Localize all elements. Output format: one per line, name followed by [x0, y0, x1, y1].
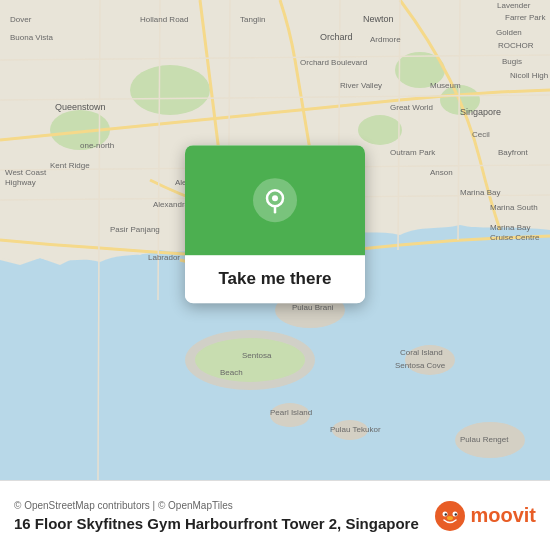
- svg-text:Bayfront: Bayfront: [498, 148, 529, 157]
- card-map-area: [185, 145, 365, 255]
- svg-text:Museum: Museum: [430, 81, 461, 90]
- svg-point-65: [455, 513, 457, 515]
- svg-point-2: [130, 65, 210, 115]
- svg-text:Lavender: Lavender: [497, 1, 531, 10]
- moovit-logo: moovit: [434, 500, 536, 532]
- location-name: 16 Floor Skyfitnes Gym Harbourfront Towe…: [14, 515, 434, 532]
- svg-text:Marina Bay: Marina Bay: [490, 223, 530, 232]
- svg-text:one-north: one-north: [80, 141, 114, 150]
- svg-text:Sentosa: Sentosa: [242, 351, 272, 360]
- svg-text:Kent Ridge: Kent Ridge: [50, 161, 90, 170]
- svg-text:Coral Island: Coral Island: [400, 348, 443, 357]
- svg-point-8: [195, 338, 305, 382]
- svg-text:Beach: Beach: [220, 368, 243, 377]
- svg-text:Marina Bay: Marina Bay: [460, 188, 500, 197]
- location-pin-icon: [261, 186, 289, 214]
- location-pin-circle: [253, 178, 297, 222]
- svg-text:Bugis: Bugis: [502, 57, 522, 66]
- moovit-brand-text: moovit: [470, 504, 536, 527]
- svg-text:Pearl Island: Pearl Island: [270, 408, 312, 417]
- svg-text:Buona Vista: Buona Vista: [10, 33, 54, 42]
- svg-text:West Coast: West Coast: [5, 168, 47, 177]
- svg-text:River Valley: River Valley: [340, 81, 382, 90]
- svg-text:Orchard: Orchard: [320, 32, 353, 42]
- map-view: Newton Orchard Queenstown one-north Kent…: [0, 0, 550, 480]
- location-info: © OpenStreetMap contributors | © OpenMap…: [14, 500, 434, 532]
- svg-text:Holland Road: Holland Road: [140, 15, 188, 24]
- svg-text:Tanglin: Tanglin: [240, 15, 265, 24]
- map-attribution: © OpenStreetMap contributors | © OpenMap…: [14, 500, 434, 511]
- moovit-face-icon: [434, 500, 466, 532]
- svg-text:Highway: Highway: [5, 178, 36, 187]
- svg-text:Marina South: Marina South: [490, 203, 538, 212]
- svg-text:Great World: Great World: [390, 103, 433, 112]
- svg-text:Labrador: Labrador: [148, 253, 180, 262]
- svg-text:Farrer Park: Farrer Park: [505, 13, 546, 22]
- svg-text:Outram Park: Outram Park: [390, 148, 436, 157]
- svg-text:Nicoll High: Nicoll High: [510, 71, 548, 80]
- svg-point-59: [272, 195, 278, 201]
- svg-text:Pasir Panjang: Pasir Panjang: [110, 225, 160, 234]
- svg-text:Sentosa Cove: Sentosa Cove: [395, 361, 446, 370]
- svg-text:Anson: Anson: [430, 168, 453, 177]
- svg-text:Singapore: Singapore: [460, 107, 501, 117]
- bottom-bar: © OpenStreetMap contributors | © OpenMap…: [0, 480, 550, 550]
- svg-point-66: [447, 516, 453, 520]
- svg-text:Queenstown: Queenstown: [55, 102, 106, 112]
- svg-text:Pulau Brani: Pulau Brani: [292, 303, 334, 312]
- svg-text:Orchard Boulevard: Orchard Boulevard: [300, 58, 367, 67]
- take-me-there-button[interactable]: Take me there: [185, 255, 365, 303]
- svg-text:Newton: Newton: [363, 14, 394, 24]
- svg-text:Pulau Renget: Pulau Renget: [460, 435, 509, 444]
- svg-text:Golden: Golden: [496, 28, 522, 37]
- svg-text:Cruise Centre: Cruise Centre: [490, 233, 540, 242]
- svg-text:Pulau Tekukor: Pulau Tekukor: [330, 425, 381, 434]
- svg-text:ROCHOR: ROCHOR: [498, 41, 534, 50]
- svg-text:Cecil: Cecil: [472, 130, 490, 139]
- svg-text:Ardmore: Ardmore: [370, 35, 401, 44]
- location-card: Take me there: [185, 145, 365, 303]
- svg-point-6: [358, 115, 402, 145]
- svg-point-64: [445, 513, 447, 515]
- svg-text:Dover: Dover: [10, 15, 32, 24]
